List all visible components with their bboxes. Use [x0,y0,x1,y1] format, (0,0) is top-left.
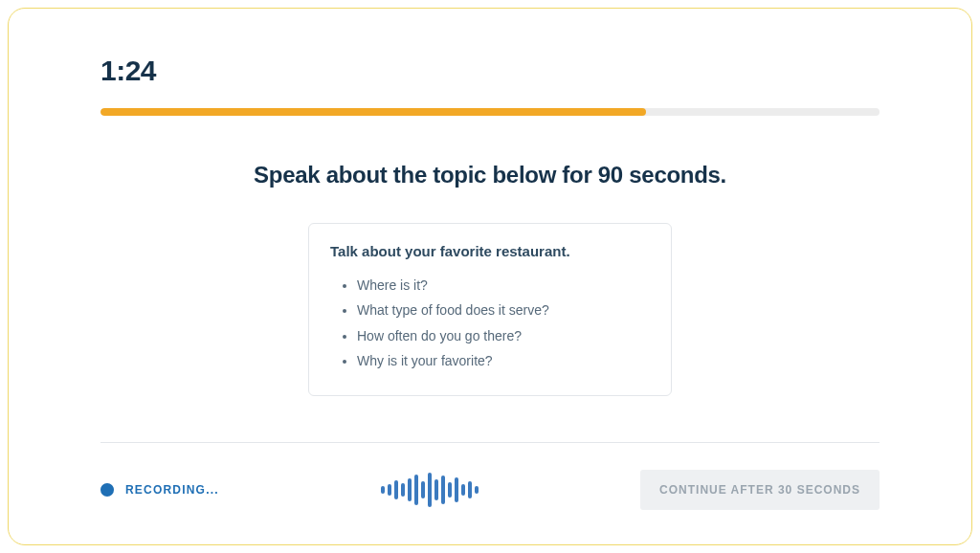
prompt-box: Talk about your favorite restaurant. Whe… [308,223,672,396]
waveform-bar [381,486,385,494]
exercise-card: 1:24 Speak about the topic below for 90 … [8,8,972,545]
waveform-bar [394,480,398,499]
timer-display: 1:24 [100,55,880,87]
waveform-bar [475,486,479,494]
footer: RECORDING... CONTINUE AFTER 30 SECONDS [100,470,880,510]
progress-bar [100,108,880,116]
prompt-bullet: Why is it your favorite? [357,348,650,374]
waveform-bar [455,477,458,502]
prompt-bullet: Where is it? [357,273,650,299]
prompt-title: Talk about your favorite restaurant. [330,243,650,259]
continue-button[interactable]: CONTINUE AFTER 30 SECONDS [640,470,880,510]
divider [100,442,880,443]
waveform-bar [414,475,418,505]
waveform-bar [408,478,412,501]
waveform-bar [441,476,445,504]
waveform-icon [381,471,479,509]
waveform-bar [428,473,432,507]
recording-indicator: RECORDING... [100,483,219,497]
waveform-bar [401,483,405,497]
waveform-bar [461,484,465,496]
recording-label: RECORDING... [125,483,219,497]
progress-fill [100,108,646,116]
waveform-bar [388,484,391,496]
prompt-bullet: What type of food does it serve? [357,298,650,323]
recording-dot-icon [100,483,114,497]
waveform-bar [468,481,472,498]
waveform-bar [421,481,425,498]
prompt-list: Where is it? What type of food does it s… [330,273,650,374]
prompt-bullet: How often do you go there? [357,323,650,349]
waveform-bar [434,479,438,500]
waveform-bar [448,482,452,498]
instruction-text: Speak about the topic below for 90 secon… [100,162,880,188]
